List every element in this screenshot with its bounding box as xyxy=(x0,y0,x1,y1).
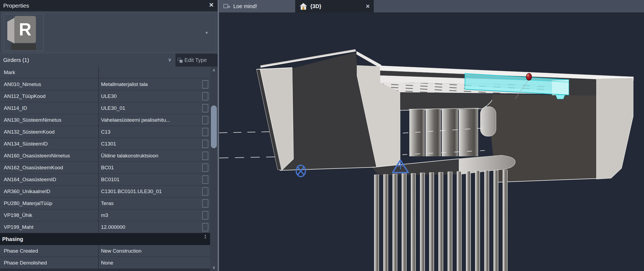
parameter-name: AN160_OsasüsteemNimetus xyxy=(0,150,99,161)
parameter-value[interactable]: C1301 xyxy=(99,138,200,150)
parameter-value[interactable]: C1301.BC0101.ULE30_01 xyxy=(99,186,200,197)
parameter-associate-box[interactable] xyxy=(200,162,210,173)
parameter-value[interactable]: Vahelaesüsteemi pealisehitu... xyxy=(99,114,200,126)
parameter-row: AN010_Nimetus Metallmaterjalist tala xyxy=(0,78,210,90)
parameter-associate-box[interactable] xyxy=(200,209,210,221)
parameter-grid: Mark AN010_Nimetus Metallmaterjalist tal… xyxy=(0,67,210,271)
selection-category-label[interactable]: Girders (1) xyxy=(0,57,29,63)
parameter-associate-box[interactable] xyxy=(200,221,210,233)
parameter-value[interactable]: Teras xyxy=(99,197,200,209)
3d-viewport[interactable] xyxy=(219,12,644,271)
parameter-value[interactable]: New Construction xyxy=(99,245,200,257)
pier-cap-round-end xyxy=(480,107,496,136)
phasing-row: Phase Demolished None xyxy=(0,257,210,269)
parameter-value[interactable] xyxy=(99,67,200,78)
parameter-name: Phase Demolished xyxy=(0,257,99,269)
parameter-value[interactable]: None xyxy=(99,257,200,269)
revit-logo-reflection xyxy=(11,44,36,50)
parameter-value[interactable]: BC01 xyxy=(99,162,200,173)
parameter-row: AN130_SüsteemNimetus Vahelaesüsteemi pea… xyxy=(0,114,210,126)
parameter-name: AN010_Nimetus xyxy=(0,78,99,90)
parameter-rows: Mark AN010_Nimetus Metallmaterjalist tal… xyxy=(0,67,210,233)
phasing-section-header[interactable]: Phasing ∧∧ xyxy=(0,233,210,245)
panel-title: Properties xyxy=(0,2,29,9)
parameter-name: AN164_OsasüsteemID xyxy=(0,174,99,185)
edit-type-button[interactable]: Edit Type xyxy=(176,54,218,67)
edit-type-icon xyxy=(178,58,183,63)
scrollbar-thumb[interactable] xyxy=(211,105,217,148)
properties-title-bar: Properties ✕ xyxy=(0,0,218,11)
panel-scrollbar[interactable]: ∧ ∨ xyxy=(210,67,218,271)
scroll-down-icon[interactable]: ∨ xyxy=(210,264,218,271)
parameter-associate-box[interactable] xyxy=(200,186,210,197)
parameter-associate-box[interactable] xyxy=(200,197,210,209)
view-area: Loe mind! {3D} ✕ xyxy=(219,0,644,271)
sheet-icon xyxy=(223,4,231,9)
parameter-name: AN130_SüsteemNimetus xyxy=(0,114,99,126)
piles xyxy=(374,170,507,271)
chevron-down-icon[interactable]: ∨ xyxy=(168,57,171,63)
parameter-associate-box[interactable] xyxy=(200,114,210,126)
parameter-value[interactable]: Metallmaterjalist tala xyxy=(99,78,200,90)
parameter-associate-box[interactable] xyxy=(200,174,210,185)
parameter-name: AN112_TüüpKood xyxy=(0,90,99,102)
parameter-row: AN160_OsasüsteemNimetus Üldine talakonst… xyxy=(0,150,210,162)
parameter-name: VP198_Ühik xyxy=(0,209,99,221)
pier-cap-dark xyxy=(400,92,492,110)
parameter-associate-box[interactable] xyxy=(200,78,210,90)
parameter-name: AR360_UnikaalneID xyxy=(0,186,99,197)
parameter-row: PU280_MaterjalTüüp Teras xyxy=(0,197,210,209)
family-type-thumbnail: R xyxy=(4,14,44,51)
parameter-associate-box[interactable] xyxy=(200,102,210,114)
tab-loe-mind[interactable]: Loe mind! xyxy=(220,0,295,12)
parameter-value[interactable]: 12.000000 xyxy=(99,221,200,233)
home-icon xyxy=(299,3,308,10)
revit-logo-icon: R xyxy=(14,16,36,43)
parameter-associate-box[interactable] xyxy=(200,150,210,161)
parameter-row: AN164_OsasüsteemID BC0101 xyxy=(0,174,210,186)
revit-window: Properties ✕ R ▼ Girders (1) ∨ Edit Type xyxy=(0,0,644,271)
parameter-value[interactable]: ULE30_01 xyxy=(99,102,200,114)
selection-filter-bar: Girders (1) ∨ Edit Type xyxy=(0,53,218,67)
revit-logo-bevel xyxy=(7,18,15,44)
parameter-row: AN132_SüsteemKood C13 xyxy=(0,126,210,138)
view-tab-bar: Loe mind! {3D} ✕ xyxy=(219,0,644,12)
type-selector[interactable]: R ▼ xyxy=(0,11,218,53)
parameter-row: VP199_Maht 12.000000 xyxy=(0,221,210,233)
parameter-name: VP199_Maht xyxy=(0,221,99,233)
parameter-name: AN162_OsasüsteemKood xyxy=(0,162,99,173)
type-selector-dropdown-icon[interactable]: ▼ xyxy=(205,31,208,35)
close-icon[interactable]: ✕ xyxy=(209,2,214,9)
type-selector-inner: R ▼ xyxy=(1,12,216,52)
collapse-section-icon[interactable]: ∧∧ xyxy=(204,234,206,239)
parameter-associate-box[interactable] xyxy=(200,126,210,138)
parameter-row: AN112_TüüpKood ULE30 xyxy=(0,90,210,102)
parameter-row: AN162_OsasüsteemKood BC01 xyxy=(0,162,210,174)
tab-3d-view[interactable]: {3D} ✕ xyxy=(295,0,374,12)
parameter-name: AN132_SüsteemKood xyxy=(0,126,99,138)
parameter-row: AR360_UnikaalneID C1301.BC0101.ULE30_01 xyxy=(0,186,210,197)
pier-columns xyxy=(402,108,487,156)
parameter-row: AN134_SüsteemID C1301 xyxy=(0,138,210,150)
bridge-3d-model xyxy=(219,12,644,271)
parameter-row: VP198_Ühik m3 xyxy=(0,209,210,221)
parameter-name: AN134_SüsteemID xyxy=(0,138,99,150)
parameter-name: AN114_ID xyxy=(0,102,99,114)
parameter-row: AN114_ID ULE30_01 xyxy=(0,102,210,114)
parameter-value[interactable]: Üldine talakonstruktsioon xyxy=(99,150,200,161)
properties-panel: Properties ✕ R ▼ Girders (1) ∨ Edit Type xyxy=(0,0,218,271)
parameter-name: PU280_MaterjalTüüp xyxy=(0,197,99,209)
parameter-name: Mark xyxy=(0,67,99,78)
scroll-up-icon[interactable]: ∧ xyxy=(210,67,218,74)
parameter-value[interactable]: C13 xyxy=(99,126,200,138)
parameter-value[interactable]: m3 xyxy=(99,209,200,221)
phasing-rows: Phase Created New Construction Phase Dem… xyxy=(0,245,210,269)
parameter-value[interactable]: BC0101 xyxy=(99,174,200,185)
level-lines xyxy=(219,132,276,158)
close-view-icon[interactable]: ✕ xyxy=(366,3,370,9)
parameter-associate-box[interactable] xyxy=(200,90,210,102)
parameter-associate-box[interactable] xyxy=(200,138,210,150)
parameter-value[interactable]: ULE30 xyxy=(99,90,200,102)
phasing-row: Phase Created New Construction xyxy=(0,245,210,257)
right-wing-wall xyxy=(596,78,633,179)
